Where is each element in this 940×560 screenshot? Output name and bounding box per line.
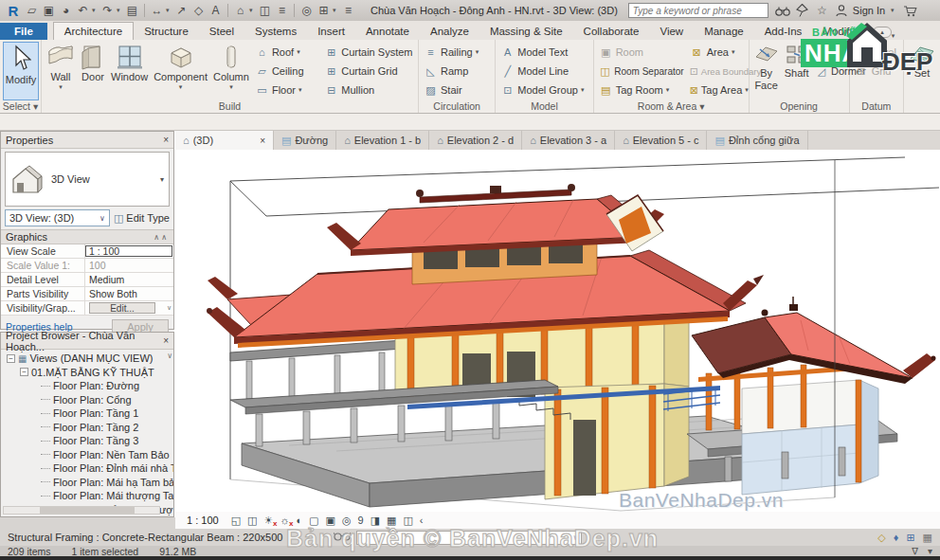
shadows-off-icon[interactable]: ☼x: [280, 515, 289, 526]
section-icon[interactable]: ◫: [257, 2, 273, 19]
tab-architecture[interactable]: Architecture: [53, 22, 134, 40]
room-separator-button[interactable]: ◫Room Separator: [596, 62, 687, 81]
roof-button[interactable]: ⌂Roof▾: [252, 43, 321, 62]
view-tab-duong[interactable]: ▤Đường: [274, 131, 336, 150]
design-options-icon[interactable]: ◇: [877, 532, 885, 544]
displacement-icon[interactable]: ◫: [403, 515, 412, 526]
crop-view-icon[interactable]: ▢: [309, 515, 318, 526]
tree-item-floor-plan[interactable]: Floor Plan: Tầng 2: [3, 421, 173, 435]
tree-item-floor-plan[interactable]: Floor Plan: Cổng: [3, 393, 173, 407]
curtain-system-button[interactable]: ⊞Curtain System: [321, 43, 416, 62]
ribbon-state-toggle[interactable]: ▴: [873, 27, 892, 38]
save-icon[interactable]: ▣: [41, 2, 57, 19]
close-hidden-windows-icon[interactable]: ◎: [298, 2, 315, 19]
scale-control[interactable]: 1 : 100: [187, 515, 219, 526]
view-tab-3d[interactable]: ⌂ (3D) ×: [175, 131, 274, 150]
tab-systems[interactable]: Systems: [244, 23, 307, 40]
customize-qat-icon[interactable]: ≡: [340, 2, 356, 19]
view-tab-elevation-3a[interactable]: ⌂Elevation 3 - a: [522, 131, 615, 150]
close-view-tab-icon[interactable]: ×: [260, 135, 265, 146]
main-model-icon[interactable]: ♦: [894, 532, 899, 544]
view-tab-elevation-1b[interactable]: ⌂Elevation 1 - b: [336, 131, 429, 150]
tree-item-floor-plan[interactable]: Floor Plan: Mái hạ Tam bả: [3, 476, 173, 490]
sign-in-label[interactable]: Sign In: [853, 5, 885, 16]
edit-type-button[interactable]: ◫ Edit Type: [114, 212, 170, 225]
select-panel-label[interactable]: Select ▾: [0, 100, 41, 112]
project-browser-header[interactable]: Project Browser - Chùa Văn Hoạch... ×: [1, 333, 173, 350]
set-work-plane-button[interactable]: Set: [906, 42, 938, 100]
tab-view[interactable]: View: [649, 23, 694, 40]
crop-region-icon[interactable]: ◱: [231, 515, 241, 526]
stair-button[interactable]: ▨Stair: [421, 81, 493, 99]
parts-visibility-value[interactable]: Show Both: [84, 287, 173, 300]
column-dropdown-icon[interactable]: ▾: [229, 83, 233, 91]
view-scale-value[interactable]: 1 : 100: [84, 244, 173, 258]
project-browser-close-icon[interactable]: ×: [163, 335, 169, 346]
redo-dropdown-icon[interactable]: ▾: [117, 7, 123, 14]
editable-only-icon[interactable]: ▦: [923, 532, 932, 544]
search-binoculars-icon[interactable]: [775, 6, 790, 16]
wall-dropdown-icon[interactable]: ▾: [59, 83, 63, 91]
filter-icon[interactable]: ∇: [912, 546, 918, 556]
tab-structure[interactable]: Structure: [134, 23, 199, 40]
tab-annotate[interactable]: Annotate: [355, 23, 420, 40]
model-group-button[interactable]: ⊡Model Group▾: [497, 81, 590, 99]
ceiling-button[interactable]: ▱Ceiling: [252, 62, 321, 81]
3d-view-dropdown-icon[interactable]: ▾: [249, 7, 256, 14]
tab-modify[interactable]: Modify: [812, 23, 865, 40]
tab-add-ins[interactable]: Add-Ins: [754, 23, 813, 40]
text-icon[interactable]: A: [208, 2, 224, 19]
sign-in-dropdown-icon[interactable]: ▾: [891, 7, 897, 14]
tree-item-floor-plan[interactable]: Floor Plan: Đường: [3, 379, 173, 393]
view-tab-dinh-cong-giua[interactable]: ▤Đỉnh cổng giữa: [707, 131, 807, 150]
area-button[interactable]: ⊠Area▾: [687, 43, 748, 62]
revit-logo-icon[interactable]: R: [4, 2, 23, 19]
datum-panel-label[interactable]: Datum: [850, 100, 903, 112]
measure-icon[interactable]: ↔: [149, 2, 165, 19]
worksharing-display-icon[interactable]: ▦: [387, 515, 396, 526]
unlocked-view-icon[interactable]: ◎: [342, 515, 352, 526]
measure-dropdown-icon[interactable]: ▾: [166, 7, 172, 14]
component-dropdown-icon[interactable]: ▾: [179, 83, 183, 91]
drawing-area[interactable]: BanVeNhaDep.vn: [175, 150, 940, 512]
temporary-hide-isolate-icon[interactable]: 9: [358, 515, 364, 526]
tree-item-floor-plan[interactable]: Floor Plan: Tầng 3: [3, 434, 173, 448]
switch-windows-icon[interactable]: ⊞: [316, 2, 332, 19]
show-crop-region-icon[interactable]: ▣: [325, 515, 334, 526]
worksets-glasses-icon[interactable]: [334, 532, 351, 543]
room-area-panel-label[interactable]: Room & Area ▾: [594, 100, 749, 112]
shaft-button[interactable]: Shaft: [782, 42, 812, 100]
tree-node-folder[interactable]: − 01.MẶT BẰNG KỸ THUẬT: [3, 366, 173, 380]
tab-analyze[interactable]: Analyze: [420, 23, 479, 40]
switch-windows-dropdown-icon[interactable]: ▾: [333, 7, 339, 14]
selector-dropdown-icon[interactable]: ∨: [99, 214, 105, 223]
properties-header[interactable]: Properties ×: [1, 132, 173, 149]
selection-toggle-icon[interactable]: ▾: [928, 546, 932, 556]
model-panel-label[interactable]: Model: [496, 100, 592, 112]
tag-icon[interactable]: ◇: [190, 2, 207, 19]
favorites-star-icon[interactable]: ☆: [814, 2, 830, 19]
tree-item-floor-plan[interactable]: Floor Plan: Nền Tam Bảo: [3, 448, 173, 462]
railing-button[interactable]: ≡Railing▾: [421, 43, 493, 62]
modify-button[interactable]: Modify: [3, 42, 39, 100]
workset-dropdown-icon[interactable]: ∨: [573, 533, 582, 542]
visibility-edit-button[interactable]: Edit...: [89, 302, 155, 314]
type-selector[interactable]: 3D View ▾: [5, 152, 170, 207]
concrete-slab-upper[interactable]: [230, 340, 403, 399]
component-button[interactable]: Component ▾: [151, 42, 210, 100]
section-collapse-icon[interactable]: ∧∧: [154, 233, 169, 242]
model-line-button[interactable]: ╱Model Line: [497, 62, 590, 81]
model-text-button[interactable]: AModel Text: [497, 43, 590, 62]
circulation-panel-label[interactable]: Circulation: [419, 100, 495, 112]
user-icon[interactable]: [836, 5, 847, 17]
graphics-section-header[interactable]: Graphics ∧∧: [1, 229, 173, 244]
collapse-bar-icon[interactable]: ‹: [420, 515, 424, 526]
opening-panel-label[interactable]: Opening: [750, 100, 849, 112]
view-tab-elevation-5c[interactable]: ⌂Elevation 5 - c: [615, 131, 707, 150]
door-button[interactable]: Door: [78, 42, 108, 100]
build-panel-label[interactable]: Build: [42, 100, 418, 112]
sun-path-off-icon[interactable]: ☀x: [263, 515, 273, 526]
tab-collaborate[interactable]: Collaborate: [573, 23, 650, 40]
collapse-box-icon[interactable]: −: [20, 368, 28, 376]
properties-close-icon[interactable]: ×: [163, 135, 169, 145]
